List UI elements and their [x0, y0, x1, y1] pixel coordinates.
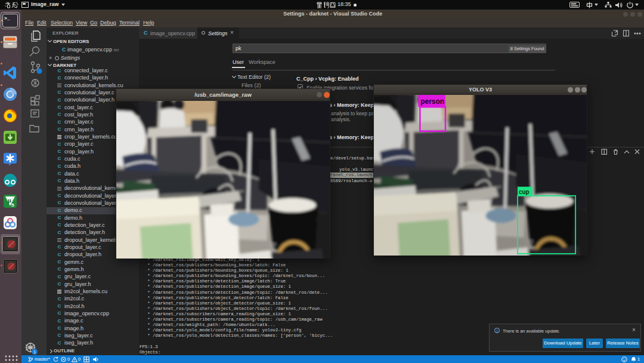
svg-text:person: person: [420, 97, 444, 106]
svg-text:>_: >_: [4, 16, 10, 21]
svg-text:1: 1: [33, 350, 36, 354]
svg-text:cup: cup: [519, 189, 530, 195]
svg-text:5: 5: [11, 202, 14, 208]
